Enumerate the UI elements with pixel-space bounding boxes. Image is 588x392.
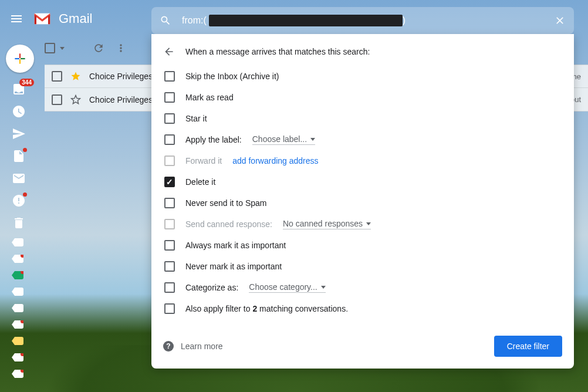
- back-icon[interactable]: [163, 46, 175, 58]
- star-checkbox[interactable]: [164, 113, 175, 124]
- label-yellow[interactable]: [12, 337, 23, 345]
- skip-inbox-checkbox[interactable]: [164, 71, 175, 82]
- mark-read-checkbox[interactable]: [164, 92, 175, 103]
- label-green[interactable]: [12, 271, 23, 279]
- sender: Choice Privileges: [89, 95, 153, 104]
- select-dropdown-icon[interactable]: [60, 47, 65, 50]
- label-white-4[interactable]: [12, 304, 23, 312]
- row-checkbox[interactable]: [52, 71, 62, 82]
- mark-important-label: Always mark it as important: [185, 241, 286, 250]
- also-apply-label: Also apply filter to 2 matching conversa…: [185, 304, 348, 313]
- all-mail-icon[interactable]: [12, 171, 26, 185]
- star-icon[interactable]: [70, 94, 81, 105]
- categorize-label: Categorize as:: [185, 283, 238, 292]
- delete-label: Delete it: [185, 177, 215, 187]
- label-white-6[interactable]: [12, 353, 23, 361]
- canned-label: Send canned response:: [185, 219, 272, 229]
- sender: Choice Privileges: [89, 72, 153, 81]
- sent-icon[interactable]: [12, 127, 26, 141]
- forward-label: Forward it: [185, 156, 222, 165]
- label-white-7[interactable]: [12, 370, 23, 378]
- label-white[interactable]: [12, 238, 23, 246]
- mark-read-label: Mark as read: [185, 93, 234, 102]
- also-apply-checkbox[interactable]: [164, 303, 175, 314]
- snoozed-icon[interactable]: [12, 104, 26, 119]
- inbox-badge: 344: [19, 79, 34, 86]
- apply-label-checkbox[interactable]: [164, 134, 175, 145]
- compose-button[interactable]: [6, 45, 34, 73]
- choose-label-dropdown[interactable]: Choose label...: [252, 134, 315, 145]
- refresh-icon[interactable]: [93, 42, 104, 54]
- canned-dropdown[interactable]: No canned responses: [283, 219, 371, 229]
- row-checkbox[interactable]: [52, 94, 62, 105]
- panel-title: When a message arrives that matches this…: [185, 47, 370, 56]
- learn-more-link[interactable]: ? Learn more: [163, 341, 223, 352]
- star-label: Star it: [185, 114, 207, 123]
- filter-panel: When a message arrives that matches this…: [151, 34, 574, 369]
- skip-inbox-label: Skip the Inbox (Archive it): [185, 72, 279, 81]
- select-all-checkbox[interactable]: [45, 43, 55, 53]
- apply-label-text: Apply the label:: [185, 135, 242, 144]
- label-white-2[interactable]: [12, 255, 23, 263]
- gmail-logo[interactable]: Gmail: [33, 11, 92, 26]
- never-spam-checkbox[interactable]: [164, 198, 175, 208]
- categorize-checkbox[interactable]: [164, 282, 175, 293]
- spam-icon[interactable]: [12, 194, 26, 208]
- clear-search-icon[interactable]: [554, 15, 566, 26]
- forward-checkbox[interactable]: [164, 156, 175, 166]
- drafts-icon[interactable]: [12, 149, 26, 163]
- create-filter-button[interactable]: Create filter: [494, 336, 562, 357]
- never-spam-label: Never send it to Spam: [185, 198, 267, 208]
- categorize-dropdown[interactable]: Choose category...: [249, 282, 325, 293]
- help-icon: ?: [163, 341, 174, 352]
- label-white-3[interactable]: [12, 288, 23, 296]
- never-important-label: Never mark it as important: [185, 262, 282, 271]
- menu-icon[interactable]: [9, 12, 23, 26]
- delete-checkbox[interactable]: [164, 177, 175, 187]
- more-icon[interactable]: [115, 42, 127, 54]
- redacted-email: [209, 15, 403, 26]
- star-icon[interactable]: [70, 71, 81, 82]
- trash-icon[interactable]: [12, 216, 26, 230]
- mark-important-checkbox[interactable]: [164, 240, 175, 251]
- inbox-icon[interactable]: 344: [12, 82, 26, 96]
- search-bar[interactable]: from:( ): [151, 7, 574, 34]
- never-important-checkbox[interactable]: [164, 261, 175, 272]
- canned-checkbox[interactable]: [164, 219, 175, 229]
- search-query[interactable]: from:( ): [182, 15, 405, 26]
- app-name: Gmail: [59, 11, 92, 26]
- label-white-5[interactable]: [12, 320, 23, 329]
- add-forwarding-link[interactable]: add forwarding address: [232, 156, 318, 165]
- search-icon[interactable]: [160, 15, 171, 26]
